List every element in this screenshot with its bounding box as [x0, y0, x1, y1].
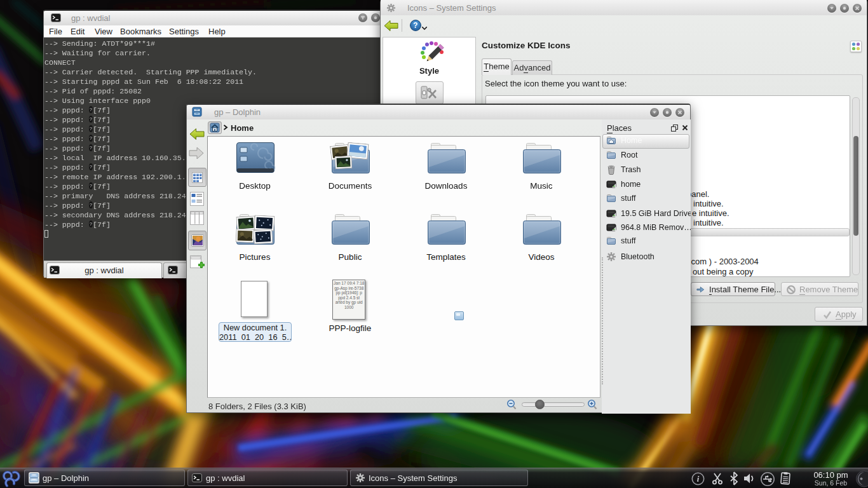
svg-text:i: i	[697, 474, 700, 484]
svg-text:?: ?	[413, 21, 417, 30]
